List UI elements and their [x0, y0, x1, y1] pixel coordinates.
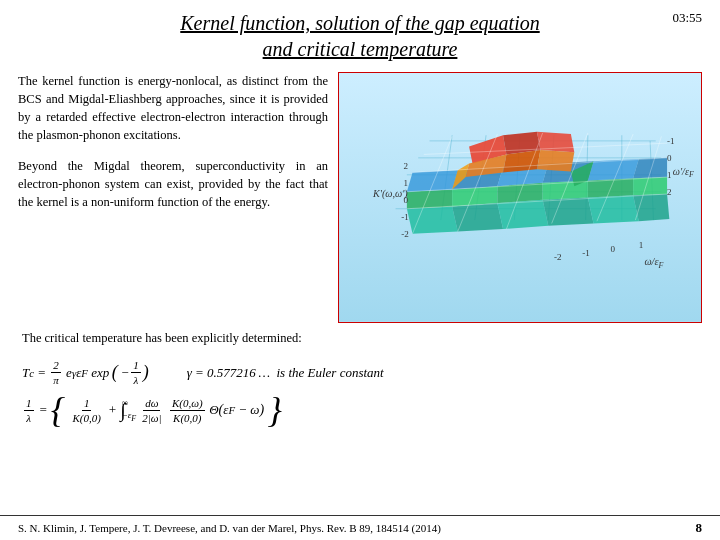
paragraph-3: The critical temperature has been explic…: [22, 329, 698, 347]
svg-marker-17: [588, 195, 639, 223]
kernel-graph: K'(ω,ω') ω/εF ω'/εF -2 -1 0 1 2 1 0 -1 -…: [338, 72, 702, 323]
svg-marker-15: [497, 200, 548, 229]
title-line2: and critical temperature: [263, 38, 458, 60]
svg-marker-30: [633, 158, 667, 178]
svg-text:-1: -1: [401, 212, 409, 222]
formula-1-line: Tc = 2 π eγεF exp ( − 1 λ ) γ = 0.577216…: [22, 359, 698, 386]
title-line1: Kernel function, solution of the gap equ…: [180, 12, 539, 34]
time-badge: 03:55: [672, 10, 702, 26]
svg-text:0: 0: [611, 244, 616, 254]
svg-marker-24: [633, 177, 667, 195]
svg-text:-2: -2: [554, 252, 562, 262]
content-area: The kernel function is energy-nonlocal, …: [18, 72, 702, 323]
formulas-section: Tc = 2 π eγεF exp ( − 1 λ ) γ = 0.577216…: [18, 359, 702, 428]
svg-text:0: 0: [667, 153, 672, 163]
svg-marker-36: [537, 150, 574, 171]
svg-text:1: 1: [403, 178, 408, 188]
svg-text:1: 1: [639, 240, 644, 250]
svg-text:-1: -1: [667, 136, 675, 146]
footer-bar: S. N. Klimin, J. Tempere, J. T. Devreese…: [0, 515, 720, 540]
svg-text:0: 0: [403, 195, 408, 205]
slide-title: Kernel function, solution of the gap equ…: [18, 10, 702, 62]
svg-text:-1: -1: [582, 248, 590, 258]
svg-text:2: 2: [403, 161, 408, 171]
footer-citation: S. N. Klimin, J. Tempere, J. T. Devreese…: [18, 522, 441, 534]
svg-text:1: 1: [667, 170, 672, 180]
formula-2-line: 1 λ = { 1 K(0,0) + ∫ ∞ −εF: [22, 392, 698, 428]
formula-lambda: 1 λ = { 1 K(0,0) + ∫ ∞ −εF: [22, 392, 282, 428]
euler-constant-label: γ = 0.577216 … is the Euler constant: [157, 365, 384, 381]
paragraph-1: The kernel function is energy-nonlocal, …: [18, 72, 328, 145]
svg-text:2: 2: [667, 187, 672, 197]
svg-text:-2: -2: [401, 229, 409, 239]
slide-header: Kernel function, solution of the gap equ…: [18, 10, 702, 62]
graph-svg: K'(ω,ω') ω/εF ω'/εF -2 -1 0 1 2 1 0 -1 -…: [339, 73, 701, 322]
formula-tc: Tc = 2 π eγεF exp ( − 1 λ ): [22, 359, 149, 386]
svg-marker-18: [633, 194, 669, 221]
critical-temp-text: The critical temperature has been explic…: [18, 329, 702, 347]
slide-container: 03:55 Kernel function, solution of the g…: [0, 0, 720, 540]
paragraph-2: Beyond the Migdal theorem, superconducti…: [18, 157, 328, 211]
svg-marker-25: [407, 170, 458, 191]
footer-page: 8: [696, 520, 703, 536]
left-text-column: The kernel function is energy-nonlocal, …: [18, 72, 328, 323]
svg-marker-16: [543, 197, 594, 225]
